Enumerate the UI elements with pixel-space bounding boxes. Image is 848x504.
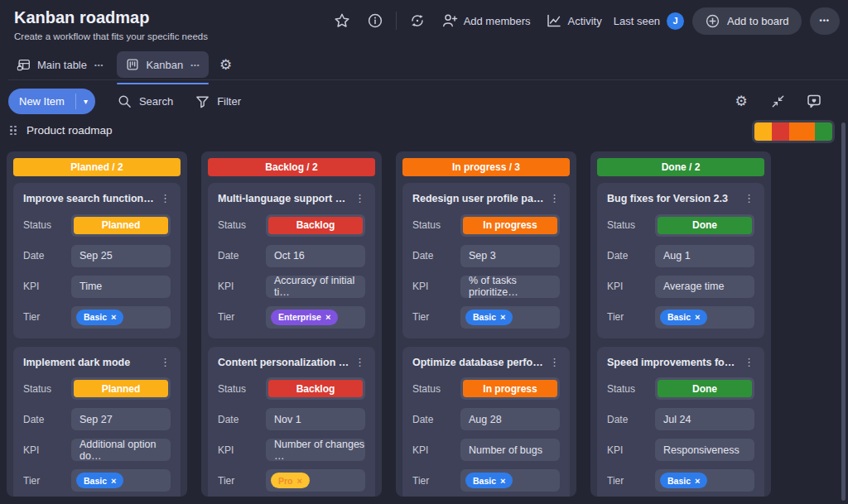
favorite-star-icon[interactable]: [330, 8, 354, 33]
kanban-card[interactable]: Bug fixes for Version 2.3⋮StatusDoneDate…: [597, 183, 764, 338]
new-item-caret-icon[interactable]: ▾: [76, 89, 95, 114]
distribution-segment-done[interactable]: [815, 122, 832, 141]
status-cell[interactable]: Done: [655, 377, 754, 400]
card-preview-bubble-icon[interactable]: [802, 89, 826, 113]
kpi-cell[interactable]: Number of bugs: [460, 439, 560, 461]
kpi-cell[interactable]: % of tasks prioritize…: [460, 276, 560, 298]
date-cell[interactable]: Nov 1: [266, 408, 365, 430]
status-cell[interactable]: Planned: [71, 377, 171, 400]
tier-chip[interactable]: Basic×: [465, 473, 513, 488]
tier-cell[interactable]: Basic×: [655, 469, 754, 492]
tier-cell[interactable]: Pro×: [266, 469, 365, 492]
add-to-board-button[interactable]: Add to board: [692, 7, 801, 35]
kanban-settings-gear-icon[interactable]: ⚙: [729, 89, 754, 113]
status-distribution-bar[interactable]: [752, 120, 835, 143]
card-menu-icon[interactable]: ⋮: [160, 193, 171, 204]
date-cell[interactable]: Jul 24: [655, 408, 754, 430]
kpi-cell[interactable]: Time: [71, 276, 171, 298]
card-menu-icon[interactable]: ⋮: [160, 357, 171, 367]
column-header[interactable]: Planned / 2: [13, 158, 181, 176]
filter-button[interactable]: Filter: [195, 94, 241, 109]
search-button[interactable]: Search: [117, 94, 173, 109]
kpi-cell[interactable]: Additional option do…: [71, 439, 171, 461]
distribution-segment-planned[interactable]: [754, 122, 772, 141]
kanban-card[interactable]: Speed improvements for mobile a…⋮StatusD…: [597, 347, 764, 497]
kanban-card[interactable]: Redesign user profile page⋮StatusIn prog…: [402, 183, 570, 338]
kanban-card[interactable]: Content personalization feature⋮StatusBa…: [208, 347, 375, 497]
tier-cell[interactable]: Enterprise×: [266, 306, 365, 329]
kpi-cell[interactable]: Responsiveness: [655, 439, 754, 461]
new-item-button[interactable]: New Item ▾: [8, 89, 95, 114]
status-cell[interactable]: Backlog: [266, 214, 365, 237]
kpi-cell[interactable]: Accuracy of initial ti…: [266, 276, 365, 298]
column-header[interactable]: Backlog / 2: [208, 158, 375, 176]
status-cell[interactable]: Done: [655, 214, 754, 237]
kanban-card[interactable]: Implement dark mode⋮StatusPlannedDateSep…: [13, 347, 181, 497]
tier-cell[interactable]: Basic×: [71, 306, 171, 329]
card-menu-icon[interactable]: ⋮: [354, 357, 365, 367]
tier-cell[interactable]: Basic×: [655, 306, 754, 329]
date-cell[interactable]: Sep 25: [71, 245, 171, 267]
avatar[interactable]: J: [667, 12, 684, 30]
kanban-card[interactable]: Improve search functionality⋮StatusPlann…: [13, 183, 181, 338]
activity-button[interactable]: Activity: [542, 12, 605, 29]
tab-kanban[interactable]: Kanban •••: [117, 51, 208, 78]
tier-chip[interactable]: Basic×: [465, 310, 513, 325]
vertical-scrollbar[interactable]: [841, 122, 846, 501]
add-members-button[interactable]: Add members: [438, 12, 534, 29]
kpi-cell[interactable]: Number of changes …: [266, 439, 365, 461]
last-seen-label: Last seen: [614, 15, 660, 27]
chip-remove-icon[interactable]: ×: [111, 312, 116, 322]
kanban-card[interactable]: Optimize database performance⋮StatusIn p…: [402, 347, 570, 497]
chip-remove-icon[interactable]: ×: [500, 312, 505, 322]
collapse-icon[interactable]: [765, 89, 790, 113]
card-menu-icon[interactable]: ⋮: [549, 357, 560, 367]
kanban-card[interactable]: Multi-language support research⋮StatusBa…: [208, 183, 375, 338]
tab-kanban-menu[interactable]: •••: [190, 61, 200, 69]
board-more-button[interactable]: •••: [810, 7, 840, 35]
tab-main-table-menu[interactable]: •••: [94, 61, 104, 69]
sync-icon[interactable]: [405, 8, 430, 33]
chip-remove-icon[interactable]: ×: [325, 312, 330, 322]
chip-remove-icon[interactable]: ×: [695, 312, 700, 322]
tier-chip[interactable]: Basic×: [660, 473, 707, 488]
card-menu-icon[interactable]: ⋮: [354, 193, 365, 204]
chip-remove-icon[interactable]: ×: [297, 476, 302, 486]
status-cell[interactable]: In progress: [460, 377, 560, 400]
add-members-label: Add members: [464, 15, 531, 27]
status-cell[interactable]: Backlog: [266, 377, 365, 400]
info-icon[interactable]: [363, 8, 388, 33]
tier-chip[interactable]: Enterprise×: [271, 310, 338, 325]
status-cell[interactable]: In progress: [460, 214, 560, 237]
chip-remove-icon[interactable]: ×: [111, 476, 116, 486]
tier-cell[interactable]: Basic×: [460, 469, 560, 492]
date-cell[interactable]: Sep 27: [71, 408, 171, 430]
tier-chip[interactable]: Basic×: [660, 310, 707, 325]
kpi-cell[interactable]: Average time: [655, 276, 754, 298]
card-menu-icon[interactable]: ⋮: [744, 357, 754, 367]
date-cell[interactable]: Aug 28: [460, 408, 560, 430]
tier-chip[interactable]: Pro×: [271, 473, 310, 488]
new-item-label[interactable]: New Item: [8, 89, 75, 114]
tier-chip[interactable]: Basic×: [76, 473, 123, 488]
distribution-segment-in-progress[interactable]: [789, 122, 815, 141]
tier-cell[interactable]: Basic×: [71, 469, 171, 492]
chip-remove-icon[interactable]: ×: [500, 476, 505, 486]
distribution-segment-backlog[interactable]: [772, 122, 789, 141]
status-pill: Done: [658, 380, 752, 397]
tier-cell[interactable]: Basic×: [460, 306, 560, 329]
tier-chip[interactable]: Basic×: [76, 310, 123, 325]
group-drag-handle-icon[interactable]: [10, 126, 17, 136]
date-cell[interactable]: Oct 16: [266, 245, 365, 267]
card-menu-icon[interactable]: ⋮: [549, 193, 560, 204]
card-menu-icon[interactable]: ⋮: [744, 193, 754, 204]
column-header[interactable]: Done / 2: [597, 158, 764, 176]
column-header[interactable]: In progress / 3: [402, 158, 570, 176]
date-cell[interactable]: Aug 1: [655, 245, 754, 267]
chip-remove-icon[interactable]: ×: [695, 476, 700, 486]
tab-main-table[interactable]: Main table •••: [8, 51, 112, 78]
status-cell[interactable]: Planned: [71, 214, 171, 237]
views-settings-gear-icon[interactable]: ⚙: [214, 52, 238, 77]
date-cell[interactable]: Sep 3: [460, 245, 560, 267]
last-seen[interactable]: Last seen J: [614, 12, 684, 30]
